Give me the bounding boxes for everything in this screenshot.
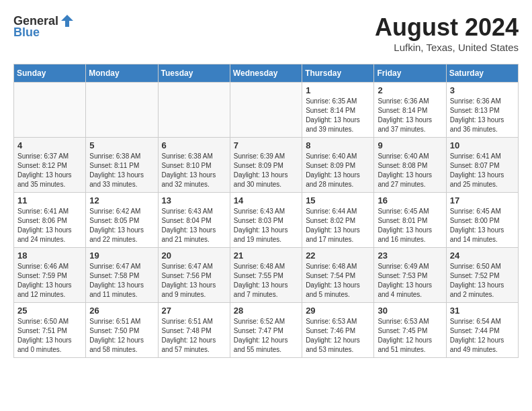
day-number: 8 [306, 140, 370, 150]
day-detail: Sunrise: 6:47 AM Sunset: 7:56 PM Dayligh… [162, 262, 226, 300]
day-of-week-header: Sunday [14, 64, 86, 83]
day-number: 11 [17, 195, 82, 205]
calendar-cell: 22Sunrise: 6:48 AM Sunset: 7:54 PM Dayli… [302, 248, 374, 303]
calendar-cell [14, 83, 86, 138]
calendar-cell: 27Sunrise: 6:51 AM Sunset: 7:48 PM Dayli… [158, 303, 230, 358]
day-detail: Sunrise: 6:52 AM Sunset: 7:47 PM Dayligh… [234, 317, 298, 355]
day-detail: Sunrise: 6:38 AM Sunset: 8:11 PM Dayligh… [89, 152, 154, 189]
day-detail: Sunrise: 6:36 AM Sunset: 8:14 PM Dayligh… [378, 97, 442, 134]
day-detail: Sunrise: 6:50 AM Sunset: 7:51 PM Dayligh… [17, 317, 82, 355]
day-number: 4 [17, 140, 82, 150]
day-number: 24 [450, 250, 515, 261]
day-number: 9 [378, 140, 442, 150]
day-number: 2 [378, 85, 442, 95]
day-detail: Sunrise: 6:40 AM Sunset: 8:08 PM Dayligh… [378, 152, 442, 189]
day-detail: Sunrise: 6:53 AM Sunset: 7:45 PM Dayligh… [378, 317, 442, 355]
day-number: 14 [234, 195, 298, 205]
day-detail: Sunrise: 6:51 AM Sunset: 7:48 PM Dayligh… [162, 317, 226, 355]
calendar-cell: 29Sunrise: 6:53 AM Sunset: 7:46 PM Dayli… [302, 303, 374, 358]
calendar-cell: 28Sunrise: 6:52 AM Sunset: 7:47 PM Dayli… [230, 303, 302, 358]
calendar-cell: 1Sunrise: 6:35 AM Sunset: 8:14 PM Daylig… [302, 83, 374, 138]
day-number: 23 [378, 250, 442, 261]
calendar-cell [86, 83, 158, 138]
day-of-week-header: Tuesday [158, 64, 230, 83]
day-detail: Sunrise: 6:45 AM Sunset: 8:01 PM Dayligh… [378, 207, 442, 244]
calendar-cell: 5Sunrise: 6:38 AM Sunset: 8:11 PM Daylig… [86, 138, 158, 193]
calendar: SundayMondayTuesdayWednesdayThursdayFrid… [13, 64, 519, 358]
day-number: 1 [306, 85, 370, 95]
calendar-cell: 4Sunrise: 6:37 AM Sunset: 8:12 PM Daylig… [14, 138, 86, 193]
calendar-cell: 30Sunrise: 6:53 AM Sunset: 7:45 PM Dayli… [374, 303, 446, 358]
logo: General Blue [13, 13, 75, 40]
day-detail: Sunrise: 6:44 AM Sunset: 8:02 PM Dayligh… [306, 207, 370, 244]
day-of-week-header: Friday [374, 64, 446, 83]
day-number: 15 [306, 195, 370, 205]
calendar-header-row: SundayMondayTuesdayWednesdayThursdayFrid… [14, 64, 519, 83]
day-detail: Sunrise: 6:40 AM Sunset: 8:09 PM Dayligh… [306, 152, 370, 189]
calendar-cell: 24Sunrise: 6:50 AM Sunset: 7:52 PM Dayli… [446, 248, 518, 303]
week-row: 18Sunrise: 6:46 AM Sunset: 7:59 PM Dayli… [14, 248, 519, 303]
week-row: 4Sunrise: 6:37 AM Sunset: 8:12 PM Daylig… [14, 138, 519, 193]
calendar-cell: 25Sunrise: 6:50 AM Sunset: 7:51 PM Dayli… [14, 303, 86, 358]
calendar-cell: 12Sunrise: 6:42 AM Sunset: 8:05 PM Dayli… [86, 193, 158, 248]
header: General Blue August 2024 Lufkin, Texas, … [13, 13, 519, 53]
calendar-cell: 13Sunrise: 6:43 AM Sunset: 8:04 PM Dayli… [158, 193, 230, 248]
day-detail: Sunrise: 6:37 AM Sunset: 8:12 PM Dayligh… [17, 152, 82, 189]
calendar-cell: 19Sunrise: 6:47 AM Sunset: 7:58 PM Dayli… [86, 248, 158, 303]
day-number: 26 [89, 306, 154, 316]
day-number: 16 [378, 195, 442, 205]
day-number: 29 [306, 306, 370, 316]
day-number: 10 [450, 140, 515, 150]
calendar-cell: 18Sunrise: 6:46 AM Sunset: 7:59 PM Dayli… [14, 248, 86, 303]
day-number: 28 [234, 306, 298, 316]
calendar-cell: 11Sunrise: 6:41 AM Sunset: 8:06 PM Dayli… [14, 193, 86, 248]
calendar-cell: 6Sunrise: 6:38 AM Sunset: 8:10 PM Daylig… [158, 138, 230, 193]
day-detail: Sunrise: 6:36 AM Sunset: 8:13 PM Dayligh… [450, 97, 515, 134]
calendar-cell: 3Sunrise: 6:36 AM Sunset: 8:13 PM Daylig… [446, 83, 518, 138]
location: Lufkin, Texas, United States [375, 42, 519, 53]
day-detail: Sunrise: 6:48 AM Sunset: 7:55 PM Dayligh… [234, 262, 298, 300]
day-detail: Sunrise: 6:41 AM Sunset: 8:07 PM Dayligh… [450, 152, 515, 189]
logo-blue-text: Blue [13, 26, 40, 40]
calendar-cell: 9Sunrise: 6:40 AM Sunset: 8:08 PM Daylig… [374, 138, 446, 193]
calendar-cell: 17Sunrise: 6:45 AM Sunset: 8:00 PM Dayli… [446, 193, 518, 248]
day-number: 27 [162, 306, 226, 316]
day-detail: Sunrise: 6:41 AM Sunset: 8:06 PM Dayligh… [17, 207, 82, 244]
day-detail: Sunrise: 6:38 AM Sunset: 8:10 PM Dayligh… [162, 152, 226, 189]
day-detail: Sunrise: 6:54 AM Sunset: 7:44 PM Dayligh… [450, 317, 515, 355]
day-number: 22 [306, 250, 370, 261]
day-detail: Sunrise: 6:43 AM Sunset: 8:04 PM Dayligh… [162, 207, 226, 244]
week-row: 1Sunrise: 6:35 AM Sunset: 8:14 PM Daylig… [14, 83, 519, 138]
day-detail: Sunrise: 6:53 AM Sunset: 7:46 PM Dayligh… [306, 317, 370, 355]
day-detail: Sunrise: 6:45 AM Sunset: 8:00 PM Dayligh… [450, 207, 515, 244]
day-number: 6 [162, 140, 226, 150]
calendar-cell: 20Sunrise: 6:47 AM Sunset: 7:56 PM Dayli… [158, 248, 230, 303]
day-number: 12 [89, 195, 154, 205]
day-of-week-header: Saturday [446, 64, 518, 83]
day-number: 20 [162, 250, 226, 261]
calendar-cell: 21Sunrise: 6:48 AM Sunset: 7:55 PM Dayli… [230, 248, 302, 303]
day-number: 30 [378, 306, 442, 316]
day-number: 7 [234, 140, 298, 150]
calendar-cell: 2Sunrise: 6:36 AM Sunset: 8:14 PM Daylig… [374, 83, 446, 138]
day-detail: Sunrise: 6:47 AM Sunset: 7:58 PM Dayligh… [89, 262, 154, 300]
calendar-cell: 15Sunrise: 6:44 AM Sunset: 8:02 PM Dayli… [302, 193, 374, 248]
calendar-cell: 31Sunrise: 6:54 AM Sunset: 7:44 PM Dayli… [446, 303, 518, 358]
day-detail: Sunrise: 6:43 AM Sunset: 8:03 PM Dayligh… [234, 207, 298, 244]
day-number: 31 [450, 306, 515, 316]
calendar-cell: 23Sunrise: 6:49 AM Sunset: 7:53 PM Dayli… [374, 248, 446, 303]
day-of-week-header: Monday [86, 64, 158, 83]
day-of-week-header: Thursday [302, 64, 374, 83]
calendar-cell [158, 83, 230, 138]
svg-marker-0 [61, 15, 73, 27]
month-year: August 2024 [375, 13, 519, 42]
day-number: 17 [450, 195, 515, 205]
day-detail: Sunrise: 6:35 AM Sunset: 8:14 PM Dayligh… [306, 97, 370, 134]
day-number: 3 [450, 85, 515, 95]
day-detail: Sunrise: 6:50 AM Sunset: 7:52 PM Dayligh… [450, 262, 515, 300]
week-row: 11Sunrise: 6:41 AM Sunset: 8:06 PM Dayli… [14, 193, 519, 248]
day-number: 18 [17, 250, 82, 261]
day-number: 21 [234, 250, 298, 261]
calendar-cell: 16Sunrise: 6:45 AM Sunset: 8:01 PM Dayli… [374, 193, 446, 248]
day-detail: Sunrise: 6:39 AM Sunset: 8:09 PM Dayligh… [234, 152, 298, 189]
